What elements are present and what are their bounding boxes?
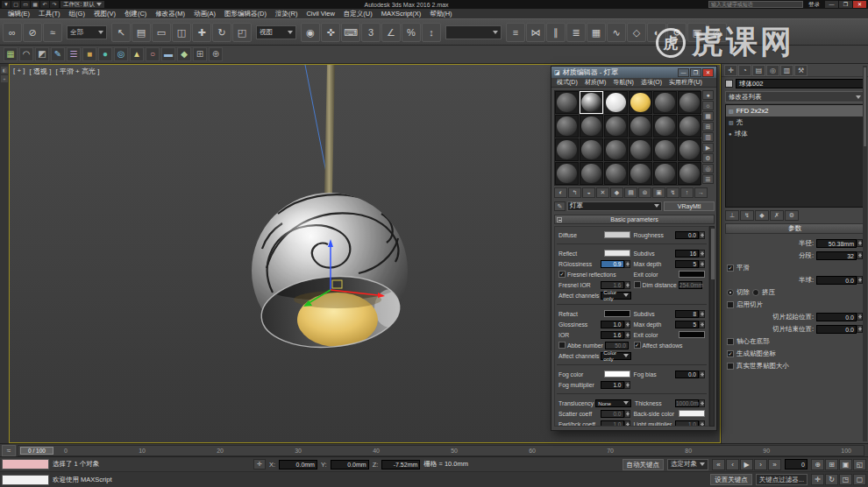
material-editor-scrollbar[interactable] <box>709 226 715 427</box>
smooth-checkbox[interactable]: ✓ <box>727 265 734 272</box>
hierarchy-tab-icon[interactable]: ▤ <box>752 65 765 76</box>
viewport-layout-add-icon[interactable]: + <box>1 75 8 82</box>
minimize-button[interactable]: — <box>678 68 689 77</box>
background-icon[interactable]: ▦ <box>702 111 714 121</box>
populate-icon[interactable]: ☰ <box>67 47 81 61</box>
max-depth-refract-spinner[interactable] <box>699 321 705 328</box>
subdivs-refract-spinner[interactable] <box>699 310 705 318</box>
menu-item[interactable]: 组(G) <box>65 10 89 18</box>
menu-item[interactable]: 渲染(R) <box>271 10 302 18</box>
light-multiplier-value[interactable]: 1.0 <box>675 420 699 427</box>
zoom-extents-icon[interactable]: ▣ <box>839 459 852 470</box>
modifier-list-dropdown[interactable]: 修改器列表 <box>725 91 864 102</box>
subdivs-refract-value[interactable]: 8 <box>675 310 699 318</box>
material-slot[interactable] <box>604 91 628 114</box>
play-button[interactable]: ▶ <box>740 459 753 470</box>
auto-key-button[interactable]: 自动关键点 <box>623 459 665 470</box>
make-preview-icon[interactable]: ▶ <box>702 143 714 152</box>
modifier-stack-item[interactable]: ▧ 壳 <box>726 116 864 128</box>
selected-filter-dropdown[interactable]: 选定对象 <box>667 459 708 470</box>
sample-uv-tiling-icon[interactable]: ⊞ <box>702 122 714 131</box>
viewport-layout-tab-icon[interactable]: ◧ <box>1 67 8 74</box>
menu-item[interactable]: 编辑(E) <box>4 10 34 18</box>
create-tab-icon[interactable]: ✛ <box>724 65 737 76</box>
hemisphere-spinner[interactable] <box>857 276 863 284</box>
time-slider-track[interactable]: 0 / 100 0102030405060708090100 <box>18 445 864 456</box>
material-slot[interactable] <box>580 138 603 161</box>
menu-item[interactable]: 视图(V) <box>89 10 120 18</box>
squash-radio[interactable] <box>752 289 759 296</box>
bind-to-space-warp-icon[interactable]: ≈ <box>43 23 62 42</box>
make-unique-icon[interactable]: ◆ <box>755 210 769 221</box>
glossiness-spinner[interactable] <box>624 321 630 328</box>
material-slot[interactable] <box>580 162 603 185</box>
select-and-rotate-icon[interactable]: ↻ <box>212 23 231 42</box>
menu-item[interactable]: 自定义(U) <box>339 10 377 18</box>
field-of-view-icon[interactable]: ◱ <box>853 459 866 470</box>
affect-shadows-checkbox[interactable]: ✓ <box>634 342 641 349</box>
fog-bias-value[interactable]: 0.0 <box>675 371 699 378</box>
go-to-start-button[interactable]: « <box>712 459 725 470</box>
ior-spinner[interactable] <box>624 331 630 339</box>
slice-on-checkbox[interactable] <box>727 301 734 308</box>
material-editor-titlebar[interactable]: ◪ 材质编辑器 - 灯罩 —❐✕ <box>551 67 716 78</box>
current-frame-field[interactable]: 0 <box>785 459 808 469</box>
teapot-primitive-icon[interactable]: ◆ <box>177 47 191 61</box>
abbe-number-checkbox[interactable] <box>559 342 566 349</box>
material-slot[interactable] <box>629 162 652 185</box>
material-type-button[interactable]: VRayMtl <box>664 201 715 211</box>
fresnel-ior-value[interactable]: 1.6 <box>601 281 624 289</box>
affect-channels-reflect-dropdown[interactable]: Color only <box>601 292 631 300</box>
exit-color-reflect-swatch[interactable] <box>679 271 705 278</box>
modifier-stack-item[interactable]: ▧ FFD 2x2x2 <box>726 105 864 116</box>
radius-spinner[interactable] <box>857 239 863 247</box>
material-editor-menu-item[interactable]: 实用程序(U) <box>665 78 706 87</box>
make-unique-icon[interactable]: ◆ <box>610 187 623 198</box>
material-slot[interactable] <box>555 162 579 185</box>
selection-panel-icon[interactable]: ◩ <box>35 47 49 61</box>
edit-named-selection-sets-icon[interactable]: ≡ <box>506 23 525 42</box>
fwd-bck-coeff-spinner[interactable] <box>624 420 630 427</box>
select-by-material-icon[interactable]: ◎ <box>702 164 714 173</box>
menu-item[interactable]: 图形编辑器(D) <box>220 10 271 18</box>
open-file-icon[interactable]: ▭ <box>21 1 30 8</box>
thickness-value[interactable]: 1000.0mm <box>675 399 699 407</box>
maxscript-mini-listener[interactable] <box>2 475 49 485</box>
subdivs-reflect-value[interactable]: 16 <box>675 250 699 258</box>
sample-type-icon[interactable]: ● <box>702 90 714 100</box>
real-world-map-size-checkbox[interactable] <box>727 363 734 370</box>
menu-item[interactable]: 帮助(H) <box>425 10 456 18</box>
material-name-dropdown[interactable]: 灯罩 <box>567 201 662 211</box>
scrollbar-thumb[interactable] <box>711 229 715 279</box>
material-slot[interactable] <box>604 162 628 185</box>
keyboard-shortcut-override-icon[interactable]: ⌨ <box>341 23 360 42</box>
reset-map-icon[interactable]: ✕ <box>596 187 609 198</box>
menu-item[interactable]: Civil View <box>302 10 338 18</box>
material-slot[interactable] <box>629 138 652 161</box>
ior-value[interactable]: 1.6 <box>601 331 624 339</box>
select-by-name-icon[interactable]: ▤ <box>132 23 151 42</box>
pin-stack-icon[interactable]: ⊥ <box>725 210 739 221</box>
signin-button[interactable]: 登录 <box>805 1 823 9</box>
back-side-color-swatch[interactable] <box>679 410 705 417</box>
diffuse-color-swatch[interactable] <box>604 231 630 238</box>
viewport-shading-menu[interactable]: [ 平滑 + 高光 ] <box>55 67 99 76</box>
exit-color-refract-swatch[interactable] <box>679 331 705 338</box>
hemisphere-value[interactable]: 0.0 <box>816 276 857 285</box>
y-coordinate-field[interactable]: 0.0mm <box>331 460 369 469</box>
undo-icon[interactable]: ↶ <box>40 1 49 8</box>
curve-editor-icon[interactable]: ∿ <box>607 23 626 42</box>
x-coordinate-field[interactable]: 0.0mm <box>279 460 317 469</box>
material-slot[interactable] <box>653 115 677 138</box>
dim-distance-value[interactable]: 254.0mm <box>679 281 702 289</box>
material-map-navigator-icon[interactable]: ☰ <box>702 174 714 184</box>
parameters-rollout[interactable]: 参数 <box>725 223 864 234</box>
maximize-viewport-toggle-icon[interactable]: ▢ <box>853 474 866 485</box>
max-depth-reflect-spinner[interactable] <box>699 260 705 268</box>
next-frame-button[interactable]: › <box>754 459 767 470</box>
slice-from-spinner[interactable] <box>857 313 863 321</box>
go-to-end-button[interactable]: » <box>768 459 781 470</box>
cylinder-primitive-icon[interactable]: ◎ <box>114 47 128 61</box>
material-slot[interactable] <box>678 91 701 114</box>
material-slot[interactable] <box>678 162 701 185</box>
